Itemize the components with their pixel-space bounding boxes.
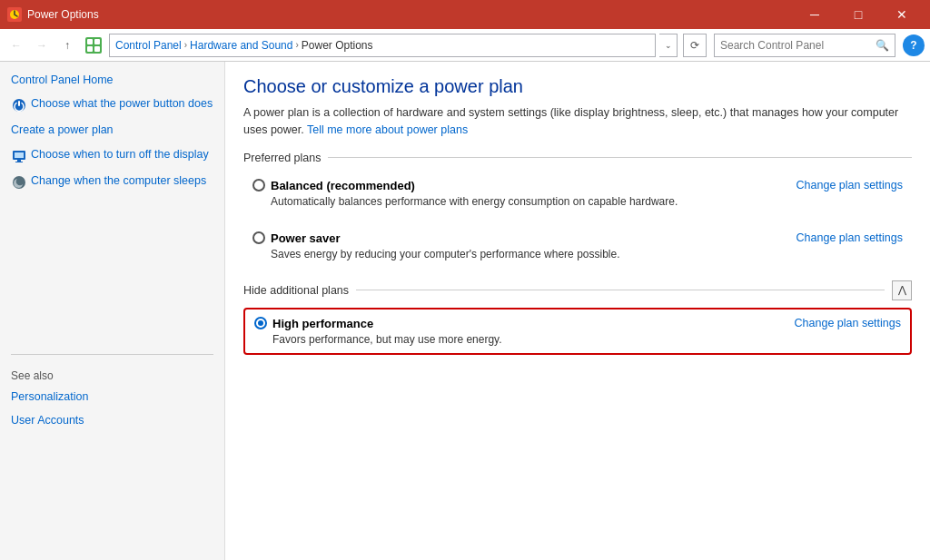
svg-rect-9 xyxy=(17,160,21,162)
plan-radio-label-balanced: Balanced (recommended) xyxy=(252,179,415,192)
title-bar: Power Options ─ □ ✕ xyxy=(0,0,930,29)
sidebar: Control Panel Home Choose what the power… xyxy=(0,62,225,560)
computer-sleeps-label: Change when the computer sleeps xyxy=(31,173,206,188)
home-label: Control Panel Home xyxy=(11,73,114,87)
window-title: Power Options xyxy=(27,8,794,21)
sleep-icon xyxy=(11,174,27,191)
page-title: Choose or customize a power plan xyxy=(243,76,912,97)
sidebar-links: Choose what the power button does Create… xyxy=(11,96,213,190)
up-button[interactable]: ↑ xyxy=(56,34,78,56)
help-button[interactable]: ? xyxy=(903,34,925,56)
plan-item-power-saver: Power saver Change plan settings Saves e… xyxy=(243,224,912,268)
plan-radio-label-high-performance: High performance xyxy=(254,317,373,330)
plan-radio-label-power-saver: Power saver xyxy=(252,231,341,245)
plan-item-high-performance: High performance Change plan settings Fa… xyxy=(243,308,912,355)
change-plan-link-power-saver[interactable]: Change plan settings xyxy=(796,231,903,244)
plan-name-high-performance: High performance xyxy=(272,317,373,330)
refresh-button[interactable]: ⟳ xyxy=(683,34,707,57)
plan-desc-high-performance: Favors performance, but may use more ene… xyxy=(254,333,901,346)
create-plan-label: Create a power plan xyxy=(11,123,114,137)
content-description: A power plan is a collection of hardware… xyxy=(243,104,912,139)
search-bar: 🔍 xyxy=(714,34,895,57)
plan-radio-balanced[interactable] xyxy=(252,179,265,192)
change-plan-link-high-performance[interactable]: Change plan settings xyxy=(795,317,901,329)
minimize-button[interactable]: ─ xyxy=(794,0,836,29)
display-icon xyxy=(11,148,27,164)
plan-name-power-saver: Power saver xyxy=(271,231,341,245)
see-also-title: See also xyxy=(11,369,213,382)
plan-radio-power-saver[interactable] xyxy=(252,231,265,244)
plan-item-balanced: Balanced (recommended) Change plan setti… xyxy=(243,172,912,215)
sidebar-item-power-button[interactable]: Choose what the power button does xyxy=(11,96,213,113)
plan-desc-power-saver: Saves energy by reducing your computer's… xyxy=(252,248,903,260)
power-button-label: Choose what the power button does xyxy=(31,96,213,111)
back-button[interactable]: ← xyxy=(5,34,27,56)
breadcrumb-sep-1: › xyxy=(184,40,187,50)
collapse-additional-plans-button[interactable]: ⋀ xyxy=(892,280,912,300)
preferred-plans-line xyxy=(328,157,912,158)
sidebar-item-computer-sleeps[interactable]: Change when the computer sleeps xyxy=(11,173,213,191)
personalization-label: Personalization xyxy=(11,389,88,404)
search-input[interactable] xyxy=(720,39,876,52)
sidebar-item-turn-off-display[interactable]: Choose when to turn off the display xyxy=(11,147,213,164)
window-controls: ─ □ ✕ xyxy=(794,0,923,29)
preferred-plans-label: Preferred plans xyxy=(243,152,321,164)
svg-rect-2 xyxy=(87,39,93,44)
close-button[interactable]: ✕ xyxy=(881,0,923,29)
content-area: Choose or customize a power plan A power… xyxy=(225,62,930,560)
sidebar-home-link[interactable]: Control Panel Home xyxy=(11,73,213,87)
plan-row-power-saver: Power saver Change plan settings xyxy=(252,231,903,245)
plan-desc-balanced: Automatically balances performance with … xyxy=(252,195,903,208)
additional-plans-line xyxy=(356,290,885,290)
change-plan-link-balanced[interactable]: Change plan settings xyxy=(796,179,903,192)
learn-more-link[interactable]: Tell me more about power plans xyxy=(307,123,468,136)
breadcrumb-hardware-sound[interactable]: Hardware and Sound xyxy=(190,39,292,52)
svg-rect-8 xyxy=(15,152,24,158)
breadcrumb-control-panel[interactable]: Control Panel xyxy=(115,39,182,52)
plan-name-balanced: Balanced (recommended) xyxy=(271,179,415,192)
svg-rect-5 xyxy=(94,46,100,52)
sidebar-item-user-accounts[interactable]: User Accounts xyxy=(11,413,213,427)
additional-plans-label: Hide additional plans xyxy=(243,284,349,297)
breadcrumb-sep-2: › xyxy=(295,40,298,50)
turn-off-display-label: Choose when to turn off the display xyxy=(31,147,209,162)
app-icon xyxy=(7,7,22,22)
forward-button[interactable]: → xyxy=(31,34,53,56)
sidebar-item-personalization[interactable]: Personalization xyxy=(11,389,213,404)
sidebar-item-create-plan[interactable]: Create a power plan xyxy=(11,123,213,137)
additional-plans-header: Hide additional plans ⋀ xyxy=(243,280,912,300)
plan-row-balanced: Balanced (recommended) Change plan setti… xyxy=(252,179,903,192)
main-area: Control Panel Home Choose what the power… xyxy=(0,62,930,560)
power-button-icon xyxy=(11,97,27,113)
address-bar: ← → ↑ Control Panel › Hardware and Sound… xyxy=(0,29,930,62)
breadcrumb-dropdown[interactable]: ⌄ xyxy=(659,34,678,57)
breadcrumb-power-options: Power Options xyxy=(302,39,373,52)
maximize-button[interactable]: □ xyxy=(837,0,879,29)
sidebar-divider xyxy=(11,354,213,355)
search-icon: 🔍 xyxy=(876,39,889,52)
plan-radio-high-performance[interactable] xyxy=(254,317,267,329)
plan-row-high-performance: High performance Change plan settings xyxy=(254,317,901,330)
control-panel-icon xyxy=(85,37,102,54)
preferred-plans-header: Preferred plans xyxy=(243,152,912,164)
svg-rect-4 xyxy=(87,46,93,52)
user-accounts-label: User Accounts xyxy=(11,413,84,427)
breadcrumb-bar: Control Panel › Hardware and Sound › Pow… xyxy=(109,34,656,57)
svg-rect-10 xyxy=(15,162,23,162)
svg-rect-3 xyxy=(94,39,100,44)
